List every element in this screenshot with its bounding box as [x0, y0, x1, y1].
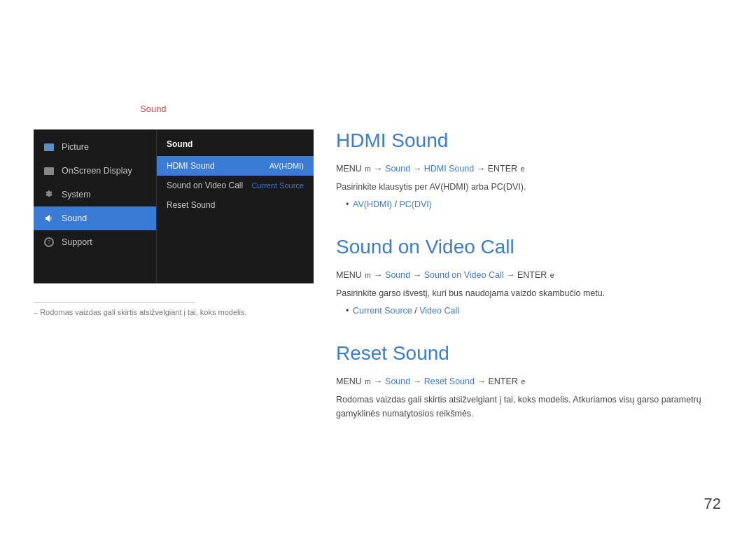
menu-symbol-1: m	[365, 165, 370, 173]
system-icon	[43, 189, 55, 200]
enter-symbol-1: e	[521, 164, 525, 173]
sidebar-item-sound[interactable]: Sound	[34, 206, 156, 230]
submenu-value-hdmi-sound: AV(HDMI)	[270, 162, 304, 170]
section-reset-sound: Reset Sound MENU m → Sound → Reset Sound…	[336, 342, 728, 421]
bullet-current-source: Current Source / Video Call	[346, 306, 728, 316]
sidebar-label-picture: Picture	[62, 142, 89, 152]
keyword-video-call: Video Call	[419, 306, 459, 316]
divider	[34, 302, 195, 303]
bullet-list-sound-on-video-call: Current Source / Video Call	[336, 306, 728, 316]
menu-path-sound-on-video-call: MENU m → Sound → Sound on Video Call → E…	[336, 268, 728, 282]
submenu-label-sound-on-video-call: Sound on Video Call	[167, 181, 243, 190]
sidebar-label-onscreen: OnScreen Display	[62, 166, 132, 176]
support-icon: ?	[43, 237, 55, 248]
description-reset-sound: Rodomas vaizdas gali skirtis atsižvelgia…	[336, 393, 728, 421]
onscreen-icon	[43, 165, 55, 176]
enter-symbol-2: e	[550, 271, 554, 279]
submenu-header: Sound	[157, 135, 314, 156]
keyword-sound-3: Sound	[385, 377, 410, 386]
bullet-list-hdmi-sound: AV(HDMI) / PC(DVI)	[336, 199, 728, 209]
sidebar-item-onscreen-display[interactable]: OnScreen Display	[34, 159, 156, 183]
submenu-item-hdmi-sound[interactable]: HDMI Sound AV(HDMI)	[157, 156, 314, 176]
submenu-label-hdmi-sound: HDMI Sound	[167, 161, 215, 171]
sidebar-item-picture[interactable]: Picture	[34, 135, 156, 159]
sidebar-item-support[interactable]: ? Support	[34, 230, 156, 254]
keyword-reset-sound: Reset Sound	[424, 377, 475, 386]
keyword-pc-dvi-bullet: PC(DVI)	[399, 199, 432, 209]
footnote-text: – Rodomas vaizdas gali skirtis atsižvelg…	[34, 308, 246, 316]
section-hdmi-sound: HDMI Sound MENU m → Sound → HDMI Sound →…	[336, 129, 728, 209]
submenu-label-reset-sound: Reset Sound	[167, 200, 215, 210]
section-title-reset-sound: Reset Sound	[336, 342, 728, 365]
sound-icon	[43, 213, 55, 224]
submenu: Sound HDMI Sound AV(HDMI) Sound on Video…	[156, 129, 314, 283]
section-title-hdmi-sound: HDMI Sound	[336, 129, 728, 152]
keyword-av-hdmi-bullet: AV(HDMI)	[353, 199, 392, 209]
content-area: HDMI Sound MENU m → Sound → HDMI Sound →…	[336, 129, 728, 447]
sidebar-label-sound: Sound	[62, 213, 87, 223]
sidebar-label-system: System	[62, 190, 91, 199]
sidebar-item-system[interactable]: System	[34, 183, 156, 206]
menu-path-reset-sound: MENU m → Sound → Reset Sound → ENTER e	[336, 374, 728, 388]
menu-path-hdmi-sound: MENU m → Sound → HDMI Sound → ENTER e	[336, 162, 728, 176]
menu-ui: Picture OnScreen Display System	[34, 129, 314, 283]
picture-icon	[43, 141, 55, 153]
description-hdmi-sound: Pasirinkite klausytis per AV(HDMI) arba …	[336, 180, 728, 194]
keyword-sound-2: Sound	[385, 270, 410, 280]
keyword-sound-1: Sound	[385, 164, 410, 174]
section-title-sound-on-video-call: Sound on Video Call	[336, 236, 728, 258]
keyword-current-source: Current Source	[353, 306, 412, 316]
section-sound-on-video-call: Sound on Video Call MENU m → Sound → Sou…	[336, 236, 728, 316]
submenu-value-sound-on-video-call: Current Source	[251, 181, 304, 190]
menu-symbol-2: m	[365, 272, 370, 279]
sidebar: Picture OnScreen Display System	[34, 129, 156, 283]
keyword-av-hdmi: AV(HDMI)	[429, 182, 468, 192]
page-number: 72	[704, 495, 721, 513]
description-sound-on-video-call: Pasirinkite garso išvestį, kuri bus naud…	[336, 286, 728, 300]
enter-symbol-3: e	[521, 377, 525, 386]
keyword-pc-dvi: PC(DVI)	[491, 182, 524, 192]
keyword-sound-on-video-call: Sound on Video Call	[424, 270, 504, 280]
top-sound-label: Sound	[140, 104, 167, 114]
submenu-item-reset-sound[interactable]: Reset Sound	[157, 195, 314, 215]
menu-symbol-3: m	[365, 378, 370, 386]
bullet-av-hdmi: AV(HDMI) / PC(DVI)	[346, 199, 728, 209]
sidebar-label-support: Support	[62, 237, 92, 247]
submenu-item-sound-on-video-call[interactable]: Sound on Video Call Current Source	[157, 176, 314, 195]
keyword-hdmi-sound: HDMI Sound	[424, 164, 475, 174]
